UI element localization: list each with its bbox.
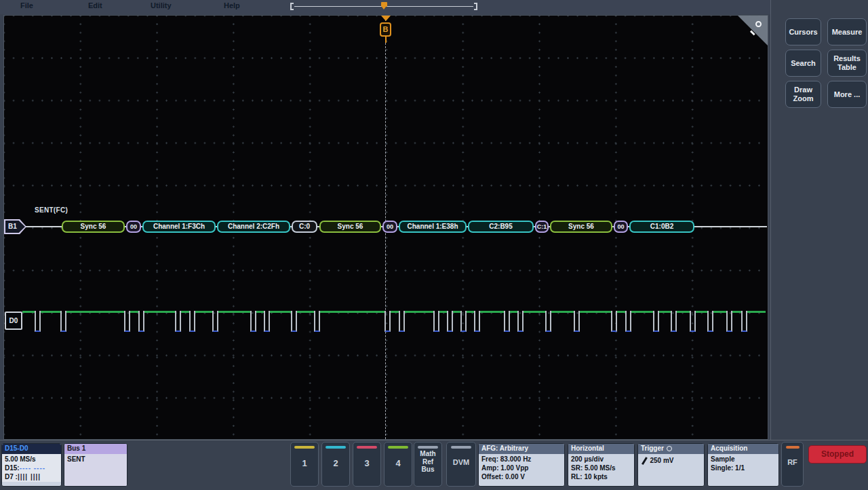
results-table-button[interactable]: Results Table bbox=[827, 50, 867, 77]
digital-high-segment bbox=[631, 311, 653, 313]
channel-3-button[interactable]: 3 bbox=[353, 442, 381, 487]
trigger-stem bbox=[385, 37, 387, 43]
bus-packet: 00 bbox=[382, 221, 397, 233]
magnifier-icon[interactable] bbox=[748, 20, 763, 35]
math-color-bar bbox=[418, 446, 438, 449]
horizontal-details: 200 µs/divSR: 5.00 MS/sRL: 10 kpts bbox=[568, 454, 634, 482]
digital-high-segment bbox=[195, 311, 212, 313]
menu-edit[interactable]: Edit bbox=[88, 1, 102, 10]
d7-activity-row: D7 :|||| |||| bbox=[5, 472, 58, 481]
more-button[interactable]: More ... bbox=[827, 81, 867, 108]
menu-file[interactable]: File bbox=[20, 1, 33, 10]
bus-packet: Channel 1:E38h bbox=[399, 221, 467, 233]
digital-high-segment bbox=[713, 311, 726, 313]
digital-waveform bbox=[4, 311, 769, 334]
channel-4-button[interactable]: 4 bbox=[384, 442, 412, 487]
acquisition-badge[interactable]: Acquisition SampleSingle: 1/1 bbox=[707, 443, 779, 487]
trigger-header: Trigger bbox=[638, 444, 704, 454]
bus-packet: C2:B95 bbox=[468, 221, 534, 233]
horizontal-position-minimap[interactable] bbox=[290, 2, 477, 11]
channel-1-label: 1 bbox=[291, 458, 318, 468]
digital-low-pulse bbox=[545, 311, 551, 332]
digital-high-segment bbox=[391, 311, 399, 313]
digital-high-segment bbox=[617, 311, 625, 313]
digital-high-segment bbox=[453, 311, 460, 313]
bus-source-badge[interactable]: B1 bbox=[4, 219, 26, 234]
digital-low-pulse bbox=[124, 311, 130, 332]
channel-1-button[interactable]: 1 bbox=[290, 442, 319, 487]
digital-high-segment bbox=[580, 311, 611, 313]
digital-low-pulse bbox=[447, 311, 453, 332]
digital-high-segment bbox=[181, 311, 189, 313]
run-stop-status-button[interactable]: Stopped bbox=[808, 445, 867, 464]
digital-high-segment bbox=[551, 311, 574, 313]
rf-label: RF bbox=[782, 458, 803, 466]
bus-packet: Sync 56 bbox=[62, 221, 125, 233]
digital-low-pulse bbox=[384, 311, 391, 332]
bus-packet: 00 bbox=[614, 221, 628, 233]
digital-low-pulse bbox=[690, 311, 696, 332]
digital-low-pulse bbox=[707, 311, 713, 332]
digital-low-pulse bbox=[474, 311, 480, 332]
digital-high-segment bbox=[732, 311, 741, 313]
horizontal-badge[interactable]: Horizontal 200 µs/divSR: 5.00 MS/sRL: 10… bbox=[568, 443, 635, 487]
search-button[interactable]: Search bbox=[785, 50, 821, 77]
bus1-type: SENT bbox=[64, 454, 127, 487]
digital-high-segment bbox=[41, 311, 60, 313]
menu-utility[interactable]: Utility bbox=[151, 1, 172, 10]
digital-high-segment bbox=[256, 311, 264, 313]
minimap-right-bracket bbox=[474, 3, 477, 10]
bus1-badge[interactable]: Bus 1 SENT bbox=[64, 443, 127, 487]
right-panel: CursorsMeasureSearchResults TableDraw Zo… bbox=[770, 0, 868, 440]
channel-2-button[interactable]: 2 bbox=[321, 442, 350, 487]
digital-sample-rate: 5.00 MS/s bbox=[5, 455, 58, 464]
channel-1-color-bar bbox=[294, 446, 315, 449]
dvm-label: DVM bbox=[447, 458, 475, 466]
math-ref-bus-button[interactable]: MathRefBus bbox=[414, 442, 442, 487]
bottom-bar: D15-D0 5.00 MS/s D15:---- ---- D7 :|||| … bbox=[0, 440, 868, 490]
minimap-trigger-marker-icon[interactable] bbox=[381, 2, 387, 7]
digital-channels-header: D15-D0 bbox=[2, 444, 61, 454]
digital-low-pulse bbox=[138, 311, 144, 332]
bus-name-label: SENT(FC) bbox=[35, 206, 68, 214]
digital-low-pulse bbox=[189, 311, 195, 332]
math-ref-bus-label: MathRefBus bbox=[414, 450, 441, 474]
menu-help[interactable]: Help bbox=[224, 1, 240, 10]
channel-3-label: 3 bbox=[353, 458, 380, 468]
dvm-button[interactable]: DVM bbox=[446, 442, 476, 487]
rf-color-bar bbox=[786, 446, 800, 449]
dvm-color-bar bbox=[451, 446, 471, 449]
channel-4-color-bar bbox=[388, 446, 408, 449]
digital-low-pulse bbox=[60, 311, 66, 332]
rf-button[interactable]: RF bbox=[781, 442, 804, 487]
minimap-left-bracket bbox=[290, 3, 294, 10]
bus-packet: Sync 56 bbox=[550, 221, 612, 233]
draw-zoom-button[interactable]: Draw Zoom bbox=[785, 81, 821, 108]
measure-button[interactable]: Measure bbox=[827, 18, 867, 45]
digital-high-segment bbox=[677, 311, 690, 313]
afg-badge[interactable]: AFG: Arbitrary Freq: 83.000 HzAmp: 1.00 … bbox=[478, 443, 565, 487]
digital-high-segment bbox=[144, 311, 175, 313]
digital-low-pulse bbox=[399, 311, 405, 332]
digital-channels-badge[interactable]: D15-D0 5.00 MS/s D15:---- ---- D7 :|||| … bbox=[1, 443, 62, 487]
magnifier-handle bbox=[750, 30, 755, 35]
channel-2-label: 2 bbox=[322, 458, 349, 468]
channel-4-label: 4 bbox=[384, 458, 412, 468]
digital-high-segment bbox=[405, 311, 433, 313]
trigger-position-caret-icon[interactable] bbox=[381, 16, 391, 21]
trigger-details: 250 mV bbox=[638, 454, 704, 467]
rising-edge-icon bbox=[642, 457, 647, 465]
digital-high-segment bbox=[66, 311, 124, 313]
trigger-badge[interactable]: Trigger 250 mV bbox=[637, 443, 705, 487]
digital-low-pulse bbox=[741, 311, 747, 332]
digital-high-segment bbox=[218, 311, 250, 313]
digital-low-pulse bbox=[433, 311, 439, 332]
digital-high-segment bbox=[696, 311, 707, 313]
digital-low-pulse bbox=[726, 311, 732, 332]
channel-2-color-bar bbox=[326, 446, 346, 449]
trigger-bus-badge[interactable]: B bbox=[380, 22, 391, 37]
digital-low-pulse bbox=[35, 311, 41, 332]
cursors-button[interactable]: Cursors bbox=[785, 18, 821, 45]
magnifier-lens bbox=[755, 21, 762, 27]
digital-high-segment bbox=[747, 311, 766, 313]
